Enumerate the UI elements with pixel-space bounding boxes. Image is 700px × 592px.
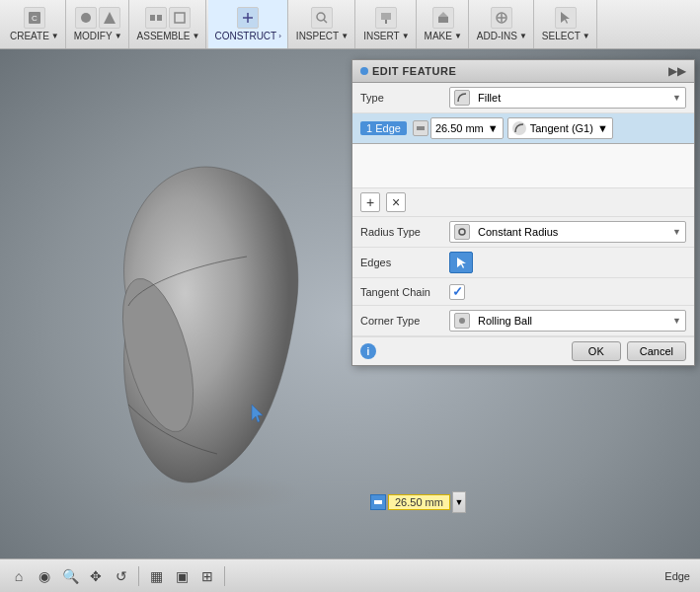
select-label-text: SELECT	[542, 31, 581, 41]
inspect-label-text: INSPECT	[296, 31, 339, 41]
create-label-text: CREATE	[10, 31, 49, 41]
ok-button[interactable]: OK	[572, 341, 621, 361]
toolbar-group-modify: MODIFY ▼	[68, 0, 129, 48]
construct-label-text: CONSTRUCT	[214, 31, 276, 41]
toolbar-group-create: C CREATE ▼	[4, 0, 66, 48]
inspect-icon-1[interactable]	[311, 7, 333, 29]
tangent-chain-row: Tangent Chain ✓	[352, 278, 694, 306]
addins-arrow: ▼	[519, 32, 527, 40]
bottom-visual-icon[interactable]: ▣	[171, 565, 193, 587]
modify-icon-2[interactable]	[99, 7, 120, 29]
radius-type-value-container: Constant Radius ▼	[449, 221, 686, 243]
svg-rect-32	[417, 126, 425, 130]
bottom-grid-icon[interactable]: ⊞	[196, 565, 218, 587]
select-icon-1[interactable]	[555, 7, 577, 29]
edge-mm-dropdown[interactable]: 26.50 mm ▼	[430, 117, 504, 139]
modify-icon-1[interactable]	[75, 7, 97, 29]
edges-selector-button[interactable]	[449, 252, 473, 273]
edge-mm-value: 26.50 mm	[435, 122, 484, 134]
panel-indicator	[360, 67, 368, 75]
make-icon-1[interactable]	[432, 7, 454, 29]
svg-marker-18	[561, 12, 570, 24]
toolbar-select-label[interactable]: SELECT ▼	[542, 31, 590, 41]
construct-icon-1[interactable]	[237, 7, 259, 29]
edges-row: Edges	[352, 248, 694, 278]
svg-marker-14	[438, 12, 448, 17]
type-dropdown-arrow: ▼	[672, 93, 681, 103]
corner-type-dropdown[interactable]: Rolling Ball ▼	[449, 310, 686, 332]
remove-label: ×	[392, 194, 400, 210]
radius-type-icon	[454, 224, 470, 240]
tangent-chain-checkbox[interactable]: ✓	[449, 284, 465, 300]
assemble-icon-1[interactable]	[145, 7, 167, 29]
toolbar-inspect-label[interactable]: INSPECT ▼	[296, 31, 349, 41]
modify-arrow: ▼	[115, 32, 122, 40]
bottom-orbit-icon[interactable]: ↺	[111, 565, 132, 587]
radius-type-row: Radius Type Constant Radius ▼	[352, 217, 694, 248]
modify-label-text: MODIFY	[74, 31, 113, 41]
type-row: Type Fillet ▼	[352, 83, 694, 113]
toolbar-insert-label[interactable]: INSERT ▼	[363, 31, 409, 41]
bottom-toolbar: ⌂ ◉ 🔍 ✥ ↺ ▦ ▣ ⊞ Edge	[0, 558, 700, 592]
radius-type-arrow: ▼	[672, 227, 681, 237]
add-remove-row: + ×	[352, 188, 694, 217]
svg-rect-11	[381, 13, 391, 20]
svg-marker-34	[457, 258, 466, 268]
bottom-zoom-icon[interactable]: 🔍	[59, 565, 81, 587]
add-button[interactable]: +	[360, 192, 380, 212]
corner-type-value-text: Rolling Ball	[478, 315, 532, 327]
toolbar-construct-label[interactable]: CONSTRUCT ›	[214, 31, 280, 41]
toolbar-addins-label[interactable]: ADD-INS ▼	[477, 31, 527, 41]
svg-rect-4	[150, 15, 155, 21]
svg-point-9	[317, 13, 325, 21]
type-dropdown[interactable]: Fillet ▼	[449, 87, 686, 109]
insert-icon-1[interactable]	[375, 7, 397, 29]
edge-mm-arrow: ▼	[488, 122, 499, 134]
bottom-pan-icon[interactable]: ✥	[85, 565, 107, 587]
float-value-display[interactable]: 26.50 mm	[388, 494, 450, 510]
tangent-arrow: ▼	[597, 122, 608, 134]
edges-empty-area	[352, 144, 694, 188]
separator-2	[224, 566, 225, 586]
edges-selector-container	[449, 252, 686, 273]
radius-type-dropdown[interactable]: Constant Radius ▼	[449, 221, 686, 243]
corner-type-value-container: Rolling Ball ▼	[449, 310, 686, 332]
addins-label-text: ADD-INS	[477, 31, 517, 41]
bottom-display-icon[interactable]: ▦	[145, 565, 167, 587]
svg-point-2	[81, 13, 91, 23]
insert-arrow: ▼	[402, 32, 410, 40]
toolbar-assemble-label[interactable]: ASSEMBLE ▼	[137, 31, 200, 41]
float-dropdown-arrow[interactable]: ▼	[452, 491, 466, 513]
assemble-icon-2[interactable]	[169, 7, 191, 29]
fillet-icon	[454, 90, 470, 106]
corner-type-arrow: ▼	[672, 316, 681, 326]
tangent-chain-value: ✓	[449, 284, 686, 300]
type-value-text: Fillet	[478, 92, 501, 104]
toolbar-make-label[interactable]: MAKE ▼	[425, 31, 462, 41]
panel-expand-icon[interactable]: ▶▶	[668, 64, 686, 78]
panel-buttons: OK Cancel	[572, 341, 686, 361]
svg-point-33	[459, 229, 465, 235]
inspect-arrow: ▼	[341, 32, 349, 40]
addins-icon-1[interactable]	[491, 7, 512, 29]
toolbar-group-select: SELECT ▼	[536, 0, 597, 48]
create-arrow: ▼	[51, 32, 59, 40]
tangent-chain-label: Tangent Chain	[360, 286, 449, 298]
remove-button[interactable]: ×	[386, 192, 406, 212]
cancel-button[interactable]: Cancel	[627, 341, 686, 361]
tangent-dropdown[interactable]: Tangent (G1) ▼	[507, 117, 613, 139]
select-arrow: ▼	[583, 32, 590, 40]
type-value-container: Fillet ▼	[449, 87, 686, 109]
bottom-view-icon[interactable]: ◉	[34, 565, 55, 587]
type-label: Type	[360, 92, 449, 104]
create-icon-1[interactable]: C	[24, 7, 45, 29]
edit-feature-panel: EDIT FEATURE ▶▶ Type Fillet ▼ 1 Edge	[351, 59, 695, 366]
toolbar-group-assemble: ASSEMBLE ▼	[131, 0, 207, 48]
toolbar-modify-label[interactable]: MODIFY ▼	[74, 31, 122, 41]
corner-type-row: Corner Type Rolling Ball ▼	[352, 306, 694, 336]
bottom-home-icon[interactable]: ⌂	[8, 565, 30, 587]
svg-point-19	[109, 474, 306, 513]
bottom-edge-label: Edge	[664, 570, 690, 582]
toolbar-create-label[interactable]: CREATE ▼	[10, 31, 59, 41]
tangent-icon	[512, 121, 526, 135]
